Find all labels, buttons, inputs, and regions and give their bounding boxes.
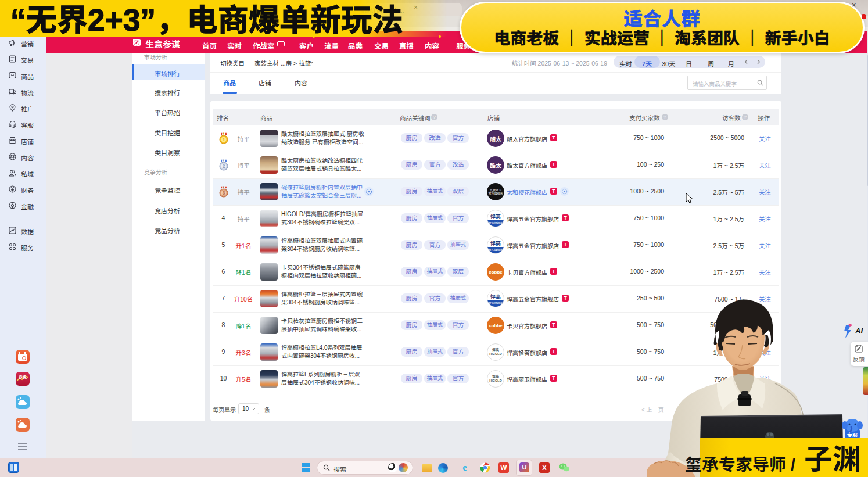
svg-text:3: 3 [223,190,225,196]
svg-text:赤兔: 赤兔 [18,375,27,379]
svg-text:1: 1 [223,137,225,142]
svg-text:专服: 专服 [847,432,858,438]
svg-text:2: 2 [223,163,225,169]
